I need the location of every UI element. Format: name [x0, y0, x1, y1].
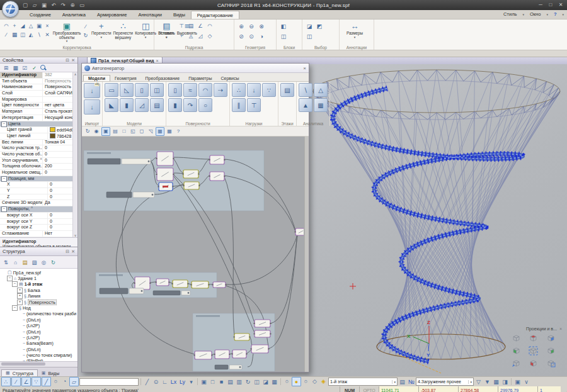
grid-on-icon[interactable]: ▦: [156, 127, 164, 136]
ribbon-tab-1[interactable]: Аналитика: [57, 11, 91, 19]
sort-levels-icon[interactable]: ⇅: [2, 258, 10, 266]
region-icon[interactable]: ▣: [35, 22, 43, 30]
numbering-icon[interactable]: №: [407, 378, 415, 386]
rotate-icon[interactable]: ↻: [82, 31, 89, 39]
tree-node-label[interactable]: Поверхность: [28, 300, 57, 305]
tree-node-label[interactable]: Линия: [28, 294, 40, 298]
categorize-icon[interactable]: ⊞: [2, 64, 10, 72]
sheet-icon[interactable]: ▤: [398, 378, 406, 386]
tree-item[interactable]: +§Линия: [0, 293, 77, 299]
subtract-icon[interactable]: ⊖: [247, 22, 256, 31]
more-icon[interactable]: ∨: [522, 378, 530, 386]
trim-axes-icon[interactable]: +: [178, 32, 185, 40]
ribbon-tab-3[interactable]: Аннотации: [132, 11, 168, 19]
copy-props-icon[interactable]: ▣: [200, 378, 208, 386]
xor-icon[interactable]: ⊘: [237, 32, 246, 41]
tree-node-label[interactable]: (количество точек разби: [26, 311, 76, 316]
style-menu[interactable]: Стиль: [503, 11, 517, 17]
loadcase-select[interactable]: 4.Загружение прочее ▾: [416, 378, 474, 386]
mesh-grid-icon[interactable]: ▦: [314, 98, 328, 112]
window-icon[interactable]: ◫: [150, 83, 164, 97]
tree-node-label[interactable]: (DivLn): [26, 318, 41, 322]
tree-node-label[interactable]: (Ln2P): [26, 335, 40, 340]
projections-close-icon[interactable]: ×: [559, 327, 562, 331]
autogen-tab-1[interactable]: Геометрия: [110, 76, 140, 81]
column-icon[interactable]: ▮: [120, 98, 134, 112]
autogenerator-window[interactable]: Автогенератор × МоделиГеометрияПреобразо…: [81, 63, 309, 372]
tree-node-label[interactable]: 1-й этаж: [25, 282, 43, 286]
panels-icon[interactable]: ◫: [19, 31, 26, 38]
graph-slider[interactable]: [106, 192, 132, 198]
floor-select[interactable]: 1-й этаж ▾: [328, 378, 398, 386]
revolve-icon[interactable]: ↷: [183, 98, 197, 112]
color-swatch[interactable]: [50, 127, 55, 132]
node-graph[interactable]: [82, 137, 304, 372]
arc-icon[interactable]: ◠: [3, 22, 10, 30]
orbit-icon[interactable]: ○: [52, 377, 60, 385]
properties-scrollbar[interactable]: ∧∨: [72, 72, 77, 237]
snap-axis-icon[interactable]: ╱: [42, 377, 51, 386]
tree-node-label[interactable]: (DivLn): [26, 347, 41, 352]
trim-compass-icon[interactable]: ◬: [187, 32, 195, 40]
eye-icon[interactable]: ◉: [93, 128, 100, 135]
panel-tab-Виды[interactable]: ▣Виды: [38, 370, 63, 376]
corner-trim-button[interactable]: ∟ Угловая▾: [157, 21, 176, 39]
structure-hscrollbar[interactable]: [0, 361, 77, 367]
transform-objects-button[interactable]: ▣ Преобразовать объекты▾: [54, 21, 80, 43]
lamp-off-icon[interactable]: ○: [283, 377, 291, 385]
import-obj-icon[interactable]: ↓obj: [84, 83, 100, 98]
graph-slider-value[interactable]: [133, 192, 154, 198]
ribbon-tab-0[interactable]: Создание: [24, 11, 57, 19]
autogen-tab-4[interactable]: Сервисы: [216, 76, 243, 81]
tree-item[interactable]: ~(количество точек разби: [0, 311, 77, 316]
select-below-icon[interactable]: ◩: [315, 22, 324, 31]
load-beam-icon[interactable]: ⊤: [247, 98, 261, 112]
filter-half-icon[interactable]: ◨: [501, 378, 509, 386]
copy-button[interactable]: ◫ Копировать▾: [135, 21, 156, 39]
open-file-icon[interactable]: ▱: [31, 1, 38, 9]
tree-node-label[interactable]: Балка: [28, 288, 40, 293]
angle-tool-icon[interactable]: ∟: [161, 378, 169, 386]
ramp-icon[interactable]: ◿: [135, 98, 149, 112]
minimize-button[interactable]: ─: [536, 0, 546, 9]
copy-icon[interactable]: ◫: [253, 378, 261, 386]
trim-text-icon[interactable]: ▤: [187, 22, 195, 30]
graph-slider[interactable]: [215, 365, 228, 369]
sync-icon[interactable]: ⊕: [69, 1, 76, 9]
explode-icon[interactable]: ▥: [235, 378, 243, 386]
trim-poly-icon[interactable]: ◇: [206, 32, 214, 40]
cube-lamp-icon[interactable]: ◇: [311, 377, 319, 385]
filter-pick-icon[interactable]: ▼: [483, 378, 491, 386]
view-front-icon[interactable]: [529, 359, 538, 368]
load-point-icon[interactable]: ↓: [247, 83, 261, 97]
roof-icon[interactable]: ◣: [105, 98, 118, 112]
group-icon[interactable]: ▤: [226, 378, 234, 386]
snap-int-icon[interactable]: ∵: [32, 377, 41, 386]
view-iso-icon[interactable]: [512, 333, 521, 343]
tree-node-label[interactable]: Пр1a_new.spf: [13, 271, 41, 275]
panel-tab-Структура[interactable]: ▦Структура: [1, 369, 38, 376]
app-logo-icon[interactable]: [2, 1, 19, 18]
tree-item[interactable]: −⌂Здание 1: [0, 276, 77, 281]
scissors-icon[interactable]: ×: [43, 22, 51, 30]
paste-icon[interactable]: ◪: [261, 378, 270, 386]
lock-y-icon[interactable]: Ly: [178, 378, 186, 386]
load-line-icon[interactable]: ∥: [232, 98, 246, 112]
save-icon[interactable]: ▣: [40, 1, 48, 9]
panel-icon[interactable]: ▤: [150, 98, 164, 112]
view-left-icon[interactable]: [512, 346, 521, 356]
coordinate-input[interactable]: [79, 378, 139, 386]
extrude-icon[interactable]: ⇢: [214, 83, 227, 97]
mesh-outline-icon[interactable]: △: [314, 83, 328, 97]
lamp-2-icon[interactable]: ○: [302, 377, 310, 385]
filter-icon[interactable]: ▽: [474, 378, 483, 386]
mirror-icon[interactable]: ◭: [27, 31, 35, 38]
help-menu[interactable]: ?: [554, 11, 557, 17]
load-group-icon[interactable]: ∵: [262, 83, 276, 97]
move-vertex-button[interactable]: ∴ Перенести вершину: [113, 21, 134, 40]
property-group-row[interactable]: −Позиция, мм: [0, 176, 77, 182]
more-snap-icon[interactable]: ▾: [187, 378, 195, 386]
intersect-icon[interactable]: ⊗: [257, 22, 266, 31]
select-range-icon[interactable]: ◫: [305, 32, 314, 41]
slope-icon[interactable]: △: [27, 22, 35, 30]
